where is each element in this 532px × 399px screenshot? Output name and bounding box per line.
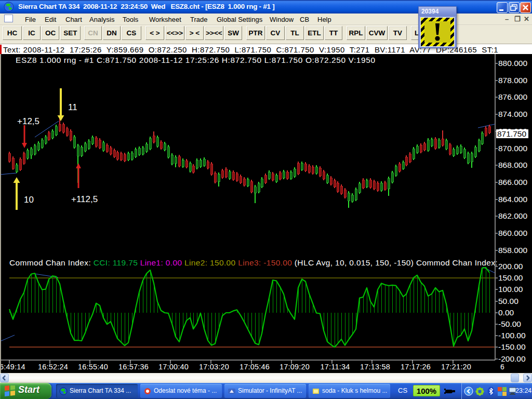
svg-text:17:05:46: 17:05:46: [240, 363, 270, 371]
svg-text:0.00: 0.00: [498, 308, 514, 317]
svg-text:+112,5: +112,5: [71, 194, 98, 204]
svg-text:16:52:24: 16:52:24: [38, 363, 68, 371]
svg-text:878.000: 878.000: [498, 76, 527, 85]
svg-text:10: 10: [24, 195, 34, 205]
svg-text:100.00: 100.00: [498, 285, 523, 294]
svg-text:860.000: 860.000: [498, 229, 527, 237]
svg-text:868.000: 868.000: [498, 161, 527, 169]
svg-text:858.000: 858.000: [498, 246, 527, 255]
svg-text:6: 6: [500, 363, 504, 371]
svg-text:ESZ8 1.000 rng - #1 C:871.75: ESZ8 1.000 rng - #1 C:871.750 2008-11-12…: [16, 56, 376, 64]
svg-text:+12,5: +12,5: [17, 116, 39, 126]
svg-text:870.000: 870.000: [498, 144, 527, 153]
svg-text:17:09:20: 17:09:20: [280, 363, 310, 371]
svg-text:17:11:34: 17:11:34: [321, 363, 350, 371]
svg-text:50.00: 50.00: [498, 297, 518, 305]
svg-text:200.00: 200.00: [498, 262, 523, 271]
svg-text:866.000: 866.000: [498, 178, 527, 187]
svg-text:880.000: 880.000: [498, 59, 527, 68]
svg-text:-50.00: -50.00: [498, 320, 521, 328]
svg-text:864.000: 864.000: [498, 195, 527, 204]
svg-text:876.000: 876.000: [498, 92, 527, 101]
svg-text:17:17:26: 17:17:26: [401, 363, 431, 371]
svg-text:871.750: 871.750: [497, 129, 526, 138]
svg-text:17:03:20: 17:03:20: [199, 363, 229, 371]
svg-text:874.000: 874.000: [498, 110, 527, 118]
svg-text:-100.00: -100.00: [498, 331, 526, 340]
svg-text:16:55:40: 16:55:40: [78, 363, 108, 371]
svg-text:17:21:20: 17:21:20: [441, 363, 471, 371]
svg-text:Commod Chan Index: CCI: 119.7: Commod Chan Index: CCI: 119.75 Line1: 0.…: [9, 258, 498, 267]
svg-text:-200.00: -200.00: [498, 354, 526, 363]
svg-text:17:00:40: 17:00:40: [158, 363, 189, 371]
svg-text:6:49:14: 6:49:14: [0, 363, 25, 371]
svg-text:11: 11: [68, 102, 77, 112]
svg-text:16:57:36: 16:57:36: [118, 363, 149, 371]
svg-text:150.00: 150.00: [498, 273, 523, 282]
svg-text:17:13:58: 17:13:58: [360, 363, 390, 371]
svg-text:-150.00: -150.00: [498, 342, 526, 351]
svg-text:862.000: 862.000: [498, 211, 527, 220]
